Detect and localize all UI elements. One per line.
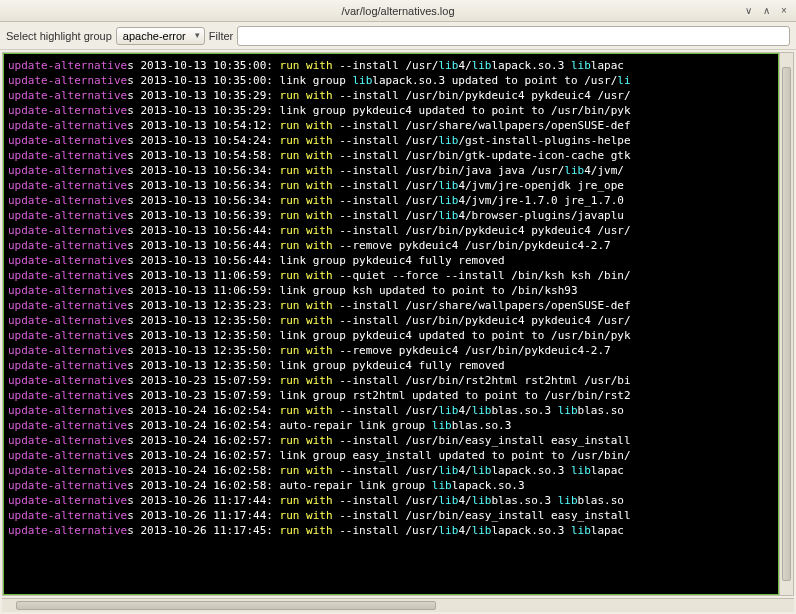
log-line: update-alternatives 2013-10-23 15:07:59:… — [8, 373, 774, 388]
log-line: update-alternatives 2013-10-13 10:56:39:… — [8, 208, 774, 223]
log-line: update-alternatives 2013-10-23 15:07:59:… — [8, 388, 774, 403]
window-controls: ∨ ∧ × — [740, 4, 792, 18]
highlight-group-value: apache-error — [123, 30, 186, 42]
log-line: update-alternatives 2013-10-13 10:56:34:… — [8, 193, 774, 208]
close-button[interactable]: × — [776, 4, 792, 18]
highlight-group-label: Select highlight group — [6, 30, 112, 42]
log-line: update-alternatives 2013-10-13 12:35:23:… — [8, 298, 774, 313]
log-line: update-alternatives 2013-10-13 10:56:34:… — [8, 163, 774, 178]
log-line: update-alternatives 2013-10-26 11:17:44:… — [8, 493, 774, 508]
log-content[interactable]: update-alternatives 2013-10-13 10:35:00:… — [3, 53, 779, 595]
window-title: /var/log/alternatives.log — [341, 5, 454, 17]
filter-input[interactable] — [237, 26, 790, 46]
toolbar: Select highlight group apache-error Filt… — [0, 22, 796, 50]
log-line: update-alternatives 2013-10-26 11:17:45:… — [8, 523, 774, 538]
log-line: update-alternatives 2013-10-13 10:56:34:… — [8, 178, 774, 193]
log-line: update-alternatives 2013-10-13 12:35:50:… — [8, 343, 774, 358]
scrollbar-thumb-vertical[interactable] — [782, 67, 791, 581]
log-line: update-alternatives 2013-10-13 11:06:59:… — [8, 268, 774, 283]
log-line: update-alternatives 2013-10-13 12:35:50:… — [8, 358, 774, 373]
log-line: update-alternatives 2013-10-26 11:17:44:… — [8, 508, 774, 523]
scrollbar-vertical[interactable] — [779, 53, 793, 595]
log-line: update-alternatives 2013-10-13 10:35:00:… — [8, 58, 774, 73]
log-line: update-alternatives 2013-10-13 12:35:50:… — [8, 313, 774, 328]
log-line: update-alternatives 2013-10-13 10:35:29:… — [8, 88, 774, 103]
log-line: update-alternatives 2013-10-13 10:56:44:… — [8, 253, 774, 268]
log-line: update-alternatives 2013-10-13 10:54:24:… — [8, 133, 774, 148]
log-line: update-alternatives 2013-10-24 16:02:54:… — [8, 418, 774, 433]
maximize-button[interactable]: ∧ — [758, 4, 774, 18]
minimize-button[interactable]: ∨ — [740, 4, 756, 18]
filter-label: Filter — [209, 30, 233, 42]
log-line: update-alternatives 2013-10-24 16:02:54:… — [8, 403, 774, 418]
log-line: update-alternatives 2013-10-24 16:02:58:… — [8, 463, 774, 478]
log-line: update-alternatives 2013-10-24 16:02:57:… — [8, 433, 774, 448]
log-line: update-alternatives 2013-10-24 16:02:58:… — [8, 478, 774, 493]
log-line: update-alternatives 2013-10-13 10:54:58:… — [8, 148, 774, 163]
log-viewport: update-alternatives 2013-10-13 10:35:00:… — [2, 52, 794, 596]
log-line: update-alternatives 2013-10-24 16:02:57:… — [8, 448, 774, 463]
log-line: update-alternatives 2013-10-13 10:56:44:… — [8, 238, 774, 253]
log-line: update-alternatives 2013-10-13 10:35:00:… — [8, 73, 774, 88]
highlight-group-dropdown[interactable]: apache-error — [116, 27, 205, 45]
scrollbar-horizontal[interactable] — [2, 598, 794, 612]
scrollbar-thumb-horizontal[interactable] — [16, 601, 436, 610]
titlebar: /var/log/alternatives.log ∨ ∧ × — [0, 0, 796, 22]
log-line: update-alternatives 2013-10-13 10:54:12:… — [8, 118, 774, 133]
log-line: update-alternatives 2013-10-13 10:56:44:… — [8, 223, 774, 238]
log-line: update-alternatives 2013-10-13 12:35:50:… — [8, 328, 774, 343]
log-line: update-alternatives 2013-10-13 10:35:29:… — [8, 103, 774, 118]
log-line: update-alternatives 2013-10-13 11:06:59:… — [8, 283, 774, 298]
